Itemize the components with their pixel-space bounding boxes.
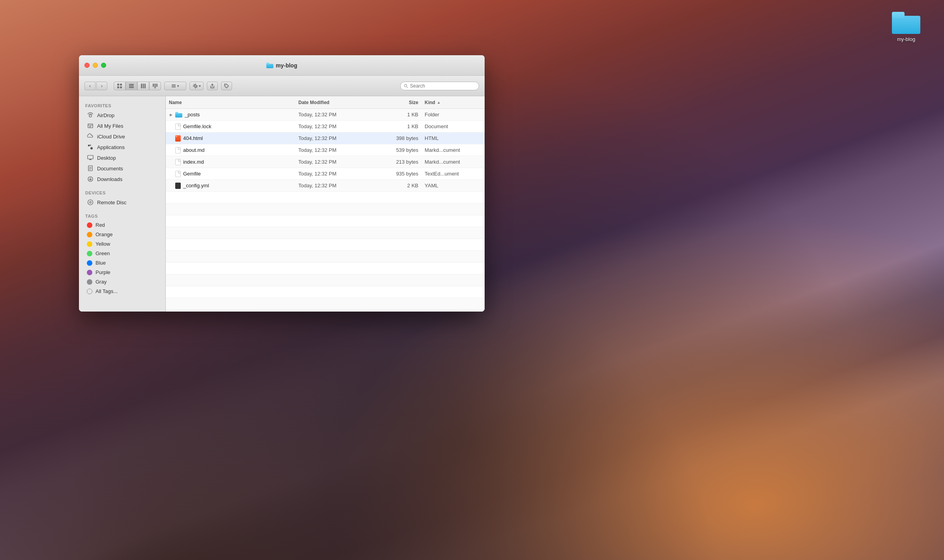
file-name-cell: index.md (166, 159, 295, 165)
action-chevron: ▾ (199, 84, 201, 88)
empty-row (166, 251, 485, 263)
devices-label: Devices (79, 187, 165, 197)
svg-rect-9 (144, 84, 146, 88)
sidebar-item-tag-green[interactable]: Green (81, 249, 164, 258)
table-row[interactable]: _config.yml Today, 12:32 PM 2 KB YAML (166, 180, 485, 192)
folder-icon-shape (892, 12, 920, 34)
icloud-label: iCloud Drive (97, 134, 125, 140)
sidebar-item-tag-red[interactable]: Red (81, 220, 164, 230)
sidebar-item-tag-gray[interactable]: Gray (81, 277, 164, 286)
tag-label-gray: Gray (96, 279, 107, 285)
file-name-cell: ▶ _posts (166, 112, 295, 118)
documents-label: Documents (97, 166, 123, 172)
sidebar-item-applications[interactable]: Applications (81, 142, 164, 152)
search-input[interactable] (410, 83, 476, 89)
sidebar-item-tag-orange[interactable]: Orange (81, 230, 164, 239)
svg-point-26 (404, 84, 406, 86)
tag-dot-orange (87, 232, 92, 237)
search-bar[interactable] (400, 82, 479, 90)
title-bar: my-blog (79, 55, 485, 76)
file-rows: ▶ _posts Today, 12:32 PM 1 KB Folder Gem… (166, 109, 485, 312)
table-row[interactable]: ▶ _posts Today, 12:32 PM 1 KB Folder (166, 109, 485, 121)
cover-flow-button[interactable] (149, 82, 161, 90)
svg-line-23 (196, 87, 197, 87)
forward-button[interactable]: › (96, 82, 107, 90)
favorites-label: Favorites (79, 100, 165, 110)
view-buttons (114, 82, 161, 90)
desktop-label: Desktop (97, 155, 116, 161)
sidebar-item-desktop[interactable]: Desktop (81, 153, 164, 163)
table-row[interactable]: Gemfile.lock Today, 12:32 PM 1 KB Docume… (166, 121, 485, 133)
kind-column-header[interactable]: Kind ▲ (421, 100, 485, 105)
remote-disc-label: Remote Disc (97, 200, 126, 205)
svg-line-27 (406, 86, 408, 88)
svg-rect-0 (117, 84, 119, 86)
tag-label-blue: Blue (96, 260, 106, 266)
generic-file-icon (175, 123, 181, 130)
sidebar-item-icloud[interactable]: iCloud Drive (81, 131, 164, 142)
list-view-button[interactable] (125, 82, 137, 90)
share-icon (210, 83, 215, 89)
file-name-cell: _config.yml (166, 183, 295, 189)
sidebar-item-airdrop[interactable]: AirDrop (81, 110, 164, 120)
date-column-header[interactable]: Date Modified (295, 100, 374, 105)
svg-rect-1 (120, 84, 122, 86)
airdrop-label: AirDrop (97, 112, 114, 118)
list-view-icon (129, 83, 134, 89)
action-button[interactable]: ▾ (189, 82, 204, 90)
tag-dot-yellow (87, 241, 92, 247)
arrange-button[interactable]: ▾ (164, 82, 186, 90)
sidebar-item-all-tags[interactable]: All Tags... (81, 287, 164, 296)
gear-icon (193, 83, 198, 89)
file-list: Name Date Modified Size Kind ▲ ▶ (166, 96, 485, 312)
finder-window: my-blog ‹ › (79, 55, 485, 312)
empty-row (166, 263, 485, 274)
size-column-header[interactable]: Size (374, 100, 421, 105)
tag-button[interactable] (221, 82, 232, 90)
disc-icon (87, 199, 94, 206)
name-column-header[interactable]: Name (166, 100, 295, 105)
svg-point-33 (90, 147, 93, 149)
empty-row (166, 215, 485, 227)
sidebar-item-tag-blue[interactable]: Blue (81, 258, 164, 267)
icon-view-button[interactable] (114, 82, 125, 90)
table-row[interactable]: Gemfile Today, 12:32 PM 935 bytes TextEd… (166, 168, 485, 180)
tag-label-red: Red (96, 222, 105, 228)
column-view-button[interactable] (137, 82, 149, 90)
sidebar-item-tag-yellow[interactable]: Yellow (81, 239, 164, 248)
svg-rect-13 (172, 84, 176, 85)
table-row[interactable]: 404.html Today, 12:32 PM 398 bytes HTML (166, 133, 485, 144)
sidebar-item-all-my-files[interactable]: All My Files (81, 121, 164, 131)
generic-file-icon (175, 159, 181, 165)
table-row[interactable]: index.md Today, 12:32 PM 213 bytes Markd… (166, 156, 485, 168)
sidebar-item-documents[interactable]: Documents (81, 163, 164, 174)
sort-arrow: ▲ (437, 100, 441, 105)
tag-label-all: All Tags... (96, 288, 118, 294)
empty-row (166, 192, 485, 203)
svg-rect-15 (172, 87, 176, 88)
disclosure-triangle[interactable]: ▶ (169, 113, 173, 117)
html-file-icon (175, 135, 181, 142)
close-button[interactable] (84, 63, 90, 68)
applications-icon (87, 144, 94, 151)
airdrop-icon (87, 112, 94, 119)
sidebar-item-downloads[interactable]: Downloads (81, 174, 164, 184)
file-name-cell: Gemfile (166, 171, 295, 177)
share-button[interactable] (207, 82, 218, 90)
yaml-file-icon (175, 183, 181, 189)
sidebar-item-remote-disc[interactable]: Remote Disc (81, 197, 164, 207)
minimize-button[interactable] (93, 63, 98, 68)
svg-rect-34 (88, 155, 93, 159)
svg-rect-8 (143, 84, 144, 88)
tag-label-green: Green (96, 250, 110, 256)
file-name-cell: 404.html (166, 135, 295, 142)
file-name-cell: Gemfile.lock (166, 123, 295, 130)
desktop-folder-icon[interactable]: my-blog (892, 12, 920, 42)
svg-rect-5 (129, 86, 134, 86)
back-button[interactable]: ‹ (84, 82, 96, 90)
title-folder-icon (266, 63, 273, 68)
sidebar-item-tag-purple[interactable]: Purple (81, 268, 164, 277)
content-area: Favorites AirDrop (79, 96, 485, 312)
maximize-button[interactable] (101, 63, 106, 68)
table-row[interactable]: about.md Today, 12:32 PM 539 bytes Markd… (166, 144, 485, 156)
